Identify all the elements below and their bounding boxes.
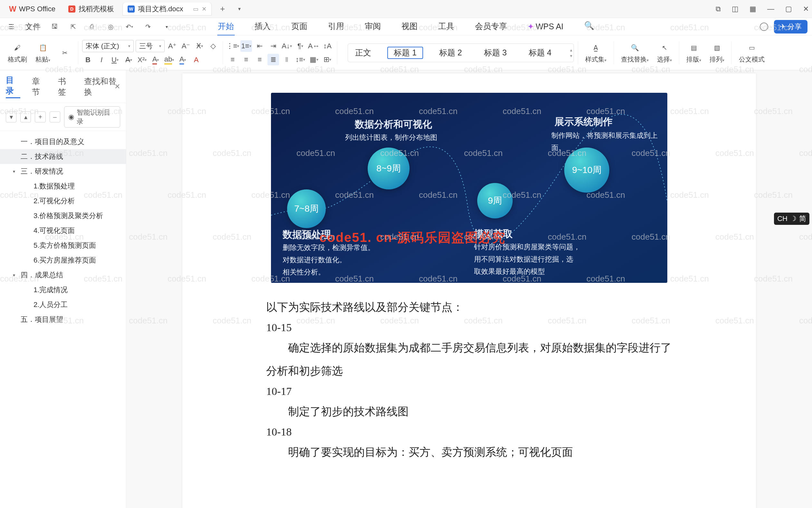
superscript-button[interactable]: X²▾ <box>136 54 148 66</box>
text-direction-icon[interactable]: ↕A <box>322 40 333 52</box>
shading-icon[interactable]: ▦▾ <box>308 54 320 66</box>
sort-icon[interactable]: A↓▾ <box>281 40 293 52</box>
toc-item[interactable]: ▾三．研发情况 <box>0 164 126 179</box>
style-heading1[interactable]: 标题 1 <box>387 47 423 59</box>
text-color-button[interactable]: A▾ <box>177 54 189 66</box>
export-icon[interactable]: ⇱ <box>68 22 78 32</box>
strike-button[interactable]: A̶▾ <box>123 54 134 66</box>
style-normal[interactable]: 正文 <box>349 45 377 60</box>
style-heading3[interactable]: 标题 3 <box>478 45 513 60</box>
bold-button[interactable]: B <box>82 54 94 66</box>
win-minimize-icon[interactable]: — <box>767 5 774 13</box>
toc-item[interactable]: 4.可视化页面 <box>0 223 126 238</box>
select-button[interactable]: ↖选择▾ <box>654 42 675 64</box>
win-avatar-icon[interactable]: ▦ <box>749 5 756 13</box>
tab-search-icon[interactable]: 🔍 <box>583 18 595 36</box>
format-brush-button[interactable]: 🖌 格式刷 <box>4 42 30 64</box>
ltr-icon[interactable]: A↔ <box>308 40 320 52</box>
toc-item[interactable]: 2.人员分工 <box>0 297 126 312</box>
borders-icon[interactable]: ⊞▾ <box>322 54 333 66</box>
toc-item[interactable]: 1.数据预处理 <box>0 179 126 194</box>
increase-indent-icon[interactable]: ⇥ <box>268 40 279 52</box>
tab-insert[interactable]: 插入 <box>254 18 271 36</box>
toc-item[interactable]: 一．项目目的及意义 <box>0 134 126 149</box>
styleset-button[interactable]: A̲样式集▾ <box>582 42 610 64</box>
toc-item[interactable]: 6.买方房屋推荐页面 <box>0 253 126 268</box>
toc-item[interactable]: ▾四．成果总结 <box>0 268 126 283</box>
expand-icon[interactable]: ▴ <box>20 112 31 122</box>
arrange-button[interactable]: ▧排列▾ <box>706 42 728 64</box>
align-center-icon[interactable]: ≡ <box>240 54 252 66</box>
tab-document[interactable]: W 项目文档.docx ▭ ✕ <box>122 3 212 15</box>
tab-page[interactable]: 页面 <box>291 18 308 36</box>
underline-button[interactable]: U▾ <box>109 54 121 66</box>
decrease-indent-icon[interactable]: ⇤ <box>254 40 266 52</box>
para-marks-icon[interactable]: ¶▾ <box>294 40 306 52</box>
govdoc-button[interactable]: ▭公文模式 <box>736 42 768 64</box>
style-nav[interactable]: ▴▾ <box>570 47 572 58</box>
dropdown-icon[interactable]: ▾ <box>162 22 171 32</box>
tab-reference[interactable]: 引用 <box>327 18 345 36</box>
sidebar-close-icon[interactable]: ✕ <box>114 82 120 91</box>
align-left-icon[interactable]: ≡ <box>227 54 238 66</box>
tab-wps-ai[interactable]: ✦WPS AI <box>527 18 564 36</box>
win-layout-icon[interactable]: ⧉ <box>716 5 721 13</box>
change-case-icon[interactable]: Ӿ▾ <box>194 40 205 52</box>
toc-item[interactable]: 5.卖方价格预测页面 <box>0 238 126 253</box>
preview-icon[interactable]: ◎ <box>106 22 115 32</box>
sidebar-tab-toc[interactable]: 目录 <box>6 75 20 98</box>
align-right-icon[interactable]: ≡ <box>254 54 266 66</box>
font-color-button[interactable]: A▾ <box>150 54 161 66</box>
collapse-icon[interactable]: ▾ <box>6 112 16 122</box>
hamburger-icon[interactable]: ☰ <box>6 22 16 32</box>
tab-view[interactable]: 视图 <box>401 18 418 36</box>
cut-button[interactable]: ✂ <box>55 47 74 59</box>
style-heading4[interactable]: 标题 4 <box>523 45 558 60</box>
sidebar-tab-bookmark[interactable]: 书签 <box>58 76 73 97</box>
line-spacing-icon[interactable]: ↕≡▾ <box>294 54 306 66</box>
print-icon[interactable]: ⎙ <box>87 22 97 32</box>
distribute-icon[interactable]: ⫴ <box>281 54 293 66</box>
toc-item[interactable]: 2.可视化分析 <box>0 194 126 208</box>
tab-member[interactable]: 会员专享 <box>474 18 508 36</box>
win-close-icon[interactable]: ✕ <box>803 5 809 13</box>
find-replace-button[interactable]: 🔍查找替换▾ <box>618 42 652 64</box>
sort-layout-button[interactable]: ▤排版▾ <box>683 42 704 64</box>
win-maximize-icon[interactable]: ▢ <box>785 5 792 13</box>
increase-font-icon[interactable]: A⁺ <box>167 40 178 52</box>
align-justify-icon[interactable]: ≣ <box>268 54 279 66</box>
toc-item[interactable]: 五．项目展望 <box>0 312 126 327</box>
tab-close-icon[interactable]: ✕ <box>202 5 207 12</box>
tab-menu-icon[interactable]: ▭ <box>193 5 199 12</box>
smart-toc-button[interactable]: ◉智能识别目录 <box>64 106 120 128</box>
ime-indicator[interactable]: CH ☽ 简 <box>774 213 809 225</box>
tab-template[interactable]: D 找稻壳模板 <box>63 3 119 15</box>
remove-icon[interactable]: – <box>50 112 60 122</box>
undo-icon[interactable]: ↶▾ <box>124 22 134 32</box>
font-size-select[interactable]: 三号▾ <box>136 40 165 52</box>
tab-review[interactable]: 审阅 <box>364 18 381 36</box>
decrease-font-icon[interactable]: A⁻ <box>180 40 192 52</box>
document-viewport[interactable]: 数据分析和可视化 列出统计图表，制作分布地图 展示系统制作 制作网站，将预测和展… <box>126 70 812 508</box>
bullet-list-icon[interactable]: ⋮≡▾ <box>227 40 238 52</box>
file-menu[interactable]: 文件 <box>25 22 41 32</box>
win-cube-icon[interactable]: ◫ <box>732 5 738 13</box>
save-icon[interactable]: 🖫 <box>50 22 59 32</box>
font-name-select[interactable]: 宋体 (正文)▾ <box>82 40 134 52</box>
tab-start[interactable]: 开始 <box>217 18 235 36</box>
style-heading2[interactable]: 标题 2 <box>433 45 468 60</box>
toc-item[interactable]: 1.完成情况 <box>0 283 126 297</box>
cloud-sync-icon[interactable] <box>760 23 768 31</box>
sidebar-tab-section[interactable]: 章节 <box>32 76 46 97</box>
italic-button[interactable]: I <box>96 54 107 66</box>
text-effect-button[interactable]: A <box>191 54 202 66</box>
number-list-icon[interactable]: 1≡▾ <box>240 40 252 52</box>
add-icon[interactable]: + <box>35 112 45 122</box>
clear-format-icon[interactable]: ◇ <box>207 40 219 52</box>
paste-button[interactable]: 📋 粘贴▾ <box>32 42 53 64</box>
new-tab-dropdown[interactable]: ▾ <box>234 3 245 15</box>
toc-item[interactable]: 二．技术路线 <box>0 149 126 164</box>
redo-icon[interactable]: ↷ <box>143 22 153 32</box>
tab-tools[interactable]: 工具 <box>438 18 455 36</box>
toc-item[interactable]: 3.价格预测及聚类分析 <box>0 208 126 223</box>
